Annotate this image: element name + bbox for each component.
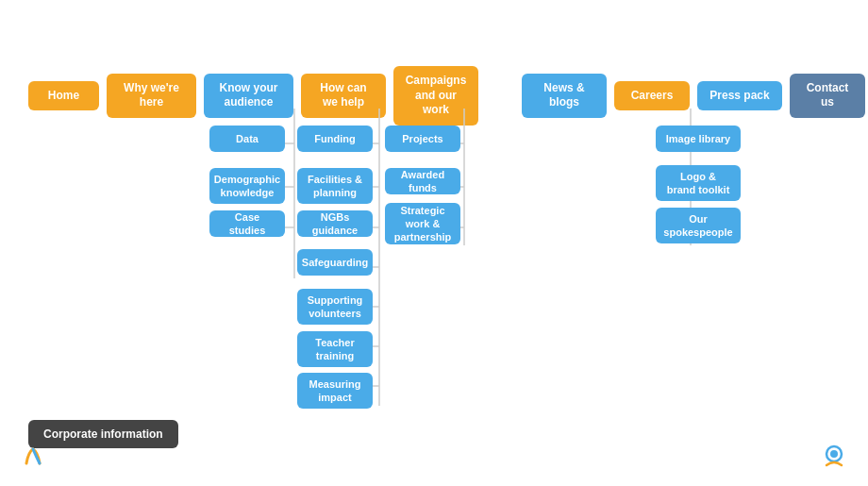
- node-funding[interactable]: Funding: [297, 126, 373, 152]
- page-container: Home Why we're here Know your audience H…: [0, 0, 868, 486]
- nav-why-were-here[interactable]: Why we're here: [107, 74, 196, 118]
- node-strategic-work[interactable]: Strategic work & partnership: [385, 203, 460, 244]
- nav-press-pack[interactable]: Press pack: [697, 81, 782, 111]
- node-our-spokespeople[interactable]: Our spokespeople: [656, 208, 741, 243]
- node-awarded-funds[interactable]: Awarded funds: [385, 168, 460, 194]
- node-facilities-planning[interactable]: Facilities & planning: [297, 168, 373, 204]
- nav-contact-us[interactable]: Contact us: [790, 74, 865, 118]
- node-demographic-knowledge[interactable]: Demographic knowledge: [209, 168, 285, 204]
- logo-left: [19, 444, 47, 477]
- node-ngbs-guidance[interactable]: NGBs guidance: [297, 210, 373, 237]
- nav-home[interactable]: Home: [28, 81, 99, 111]
- node-measuring-impact[interactable]: Measuring impact: [297, 373, 373, 409]
- svg-point-22: [830, 450, 838, 458]
- node-data[interactable]: Data: [209, 126, 285, 152]
- nav-how-can-we-help[interactable]: How can we help: [301, 74, 386, 118]
- nav-bar: Home Why we're here Know your audience H…: [28, 66, 865, 126]
- node-supporting-volunteers[interactable]: Supporting volunteers: [297, 289, 373, 325]
- logo-right: [819, 443, 849, 477]
- corporate-information-button[interactable]: Corporate information: [28, 420, 178, 448]
- nav-campaigns[interactable]: Campaigns and our work: [393, 66, 478, 126]
- nav-careers[interactable]: Careers: [614, 81, 690, 111]
- nav-news-blogs[interactable]: News & blogs: [522, 74, 607, 118]
- node-image-library[interactable]: Image library: [656, 126, 741, 152]
- node-projects[interactable]: Projects: [385, 126, 460, 152]
- node-teacher-training[interactable]: Teacher training: [297, 331, 373, 367]
- node-safeguarding[interactable]: Safeguarding: [297, 249, 373, 276]
- nav-know-your-audience[interactable]: Know your audience: [204, 74, 293, 118]
- bottom-bar: Corporate information: [28, 420, 178, 448]
- node-case-studies[interactable]: Case studies: [209, 210, 285, 237]
- node-logo-brand-toolkit[interactable]: Logo & brand toolkit: [656, 165, 741, 201]
